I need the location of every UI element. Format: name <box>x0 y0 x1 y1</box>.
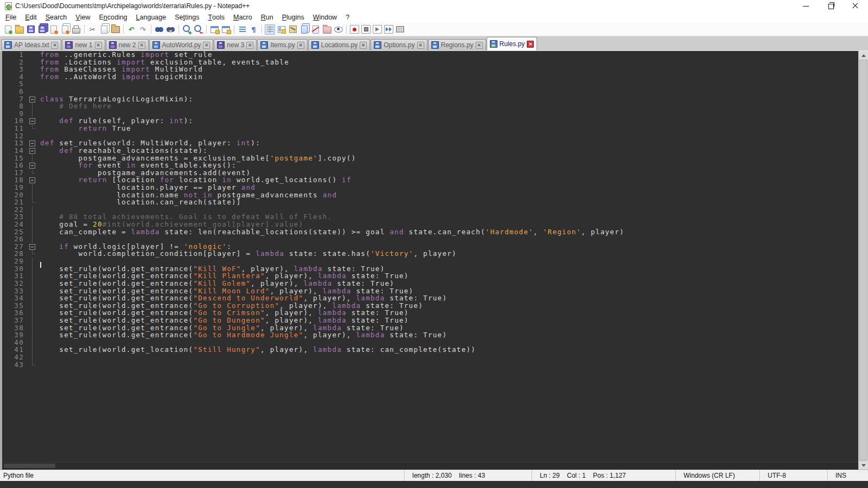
code-line[interactable]: 41 set_rule(world.get_location("Still Hu… <box>2 346 858 354</box>
code-line[interactable]: 13def set_rules(world: MultiWorld, playe… <box>2 139 858 147</box>
code-line[interactable]: 28 world.completion_condition[player] = … <box>2 250 858 258</box>
horizontal-scrollbar-thumb[interactable] <box>4 464 55 468</box>
menu-item-tools[interactable]: Tools <box>203 12 229 23</box>
code-line[interactable]: 3from BaseClasses import MultiWorld <box>2 66 858 73</box>
code-line[interactable]: 20 location.name not in postgame_advance… <box>2 191 858 199</box>
print-icon[interactable] <box>71 24 81 35</box>
code-line[interactable]: 24 goal = 20#int(world.achievement_goal[… <box>2 221 858 228</box>
save-file-icon[interactable] <box>25 24 36 35</box>
code-line[interactable]: 36 set_rule(world.get_entrance("Go to Cr… <box>2 309 858 317</box>
document-switcher-icon[interactable] <box>299 24 309 35</box>
stop-recording-icon[interactable] <box>361 24 371 35</box>
close-file-icon[interactable] <box>48 24 59 35</box>
code-line[interactable]: 26 <box>2 235 858 243</box>
tab-close-icon[interactable]: × <box>297 42 304 49</box>
redo-icon[interactable]: ↷ <box>138 24 148 35</box>
menu-item-view[interactable]: View <box>71 12 94 23</box>
code-line[interactable]: 19 location.player == player and <box>2 184 858 191</box>
minimize-button[interactable] <box>793 0 818 12</box>
code-line[interactable]: 29 <box>2 258 858 265</box>
find-icon[interactable] <box>154 24 164 35</box>
tab-new-3[interactable]: new 3× <box>214 39 257 50</box>
scroll-down-arrow[interactable] <box>859 461 868 470</box>
menu-item-edit[interactable]: Edit <box>21 12 41 23</box>
menu-item-macro[interactable]: Macro <box>229 12 257 23</box>
run-macro-multiple-times-icon[interactable] <box>384 24 394 35</box>
code-line[interactable]: 8 # Defs here <box>2 102 858 110</box>
tab-close-icon[interactable]: × <box>138 42 145 49</box>
code-line[interactable]: 35 set_rule(world.get_entrance("Go to Co… <box>2 302 858 310</box>
code-line[interactable]: 31 set_rule(world.get_entrance("Kill Pla… <box>2 272 858 280</box>
vertical-scrollbar[interactable] <box>858 51 868 470</box>
code-line[interactable]: 12 <box>2 132 858 140</box>
menu-item-window[interactable]: Window <box>309 12 341 23</box>
code-line[interactable]: 17 postgame_advancements.add(event) <box>2 169 858 177</box>
playback-macro-icon[interactable] <box>372 24 382 35</box>
zoom-in-icon[interactable] <box>182 24 192 35</box>
code-line[interactable]: 40 <box>2 339 858 346</box>
menu-item-encoding[interactable]: Encoding <box>94 12 131 23</box>
tab-autoworld-py[interactable]: AutoWorld.py× <box>149 39 214 50</box>
code-line[interactable]: 37 set_rule(world.get_entrance("Go to Du… <box>2 317 858 324</box>
tab-close-icon[interactable]: × <box>476 42 483 49</box>
indent-guide-icon[interactable] <box>265 24 275 35</box>
tab-close-icon[interactable]: × <box>203 42 210 49</box>
paste-icon[interactable] <box>110 24 120 35</box>
fold-collapse-box[interactable] <box>27 139 38 147</box>
code-line[interactable]: 42 <box>2 354 858 361</box>
fold-collapse-box[interactable] <box>27 147 38 155</box>
code-line[interactable]: 30 set_rule(world.get_entrance("Kill WoF… <box>2 265 858 273</box>
code-line[interactable]: 33 set_rule(world.get_entrance("Kill Moo… <box>2 287 858 295</box>
menu-item-file[interactable]: File <box>1 12 21 23</box>
code-line[interactable]: 5 <box>2 80 858 88</box>
document-map-icon[interactable] <box>288 24 298 35</box>
tab-new-1[interactable]: new 1× <box>62 39 105 50</box>
code-line[interactable]: 4from ..AutoWorld import LogicMixin <box>2 73 858 81</box>
code-line[interactable]: 39 set_rule(world.get_entrance("Go to Ha… <box>2 331 858 339</box>
code-line[interactable]: 1from ..generic.Rules import set_rule <box>2 51 858 59</box>
function-completion-icon[interactable] <box>276 24 286 35</box>
word-wrap-icon[interactable] <box>237 24 247 35</box>
code-line[interactable]: 14 def reachable_locations(state): <box>2 147 858 155</box>
code-line[interactable]: 22 <box>2 206 858 214</box>
horizontal-scrollbar[interactable] <box>2 462 858 470</box>
fold-collapse-box[interactable] <box>27 243 38 251</box>
code-line[interactable]: 18 return [location for location in worl… <box>2 176 858 184</box>
tab-locations-py[interactable]: Locations.py× <box>308 39 370 50</box>
code-editor[interactable]: 1from ..generic.Rules import set_rule2fr… <box>2 51 858 462</box>
menu-item-plugins[interactable]: Plugins <box>278 12 309 23</box>
code-line[interactable]: 34 set_rule(world.get_entrance("Descend … <box>2 294 858 302</box>
restore-button[interactable] <box>818 0 843 12</box>
tab-close-icon[interactable]: × <box>360 42 367 49</box>
replace-icon[interactable] <box>165 24 176 35</box>
menu-item-run[interactable]: Run <box>257 12 278 23</box>
vertical-scrollbar-thumb[interactable] <box>859 60 867 461</box>
code-line[interactable]: 7class TerrariaLogic(LogicMixin): <box>2 95 858 103</box>
fold-collapse-box[interactable] <box>27 176 38 184</box>
code-line[interactable]: 6 <box>2 88 858 95</box>
code-line[interactable]: 15 postgame_advancements = exclusion_tab… <box>2 155 858 162</box>
status-insert-mode[interactable]: INS <box>827 470 868 481</box>
code-line[interactable]: 2from .Locations import exclusion_table,… <box>2 59 858 66</box>
tab-close-icon[interactable]: × <box>417 42 424 49</box>
sync-vertical-scrolling-icon[interactable] <box>209 24 220 35</box>
close-all-icon[interactable] <box>60 24 70 35</box>
tab-rules-py[interactable]: Rules.py× <box>487 37 538 50</box>
copy-icon[interactable] <box>99 24 109 35</box>
menu-item-language[interactable]: Language <box>132 12 171 23</box>
new-file-icon[interactable] <box>3 24 13 35</box>
tab-close-icon[interactable]: × <box>246 42 253 49</box>
sync-horizontal-scrolling-icon[interactable] <box>221 24 231 35</box>
status-encoding[interactable]: UTF-8 <box>760 470 827 481</box>
start-recording-icon[interactable] <box>349 24 360 35</box>
status-cursor-position[interactable]: Ln : 29 Col : 1 Pos : 1,127 <box>532 470 675 481</box>
show-all-characters-icon[interactable]: ¶ <box>248 24 259 35</box>
tab-options-py[interactable]: Options.py× <box>371 39 427 50</box>
scroll-up-arrow[interactable] <box>859 51 868 60</box>
code-line[interactable]: 43 <box>2 361 858 369</box>
code-line[interactable]: 27 if world.logic[player] != 'nologic': <box>2 243 858 251</box>
save-all-icon[interactable] <box>37 24 47 35</box>
code-line[interactable]: 23 # 88 total achievements. Goal is to d… <box>2 213 858 221</box>
tab-new-2[interactable]: new 2× <box>106 39 149 50</box>
tab-regions-py[interactable]: Regions.py× <box>428 39 486 50</box>
